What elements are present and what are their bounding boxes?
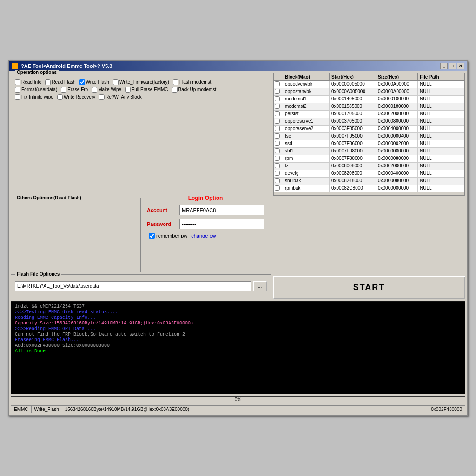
row-check[interactable] <box>274 111 283 118</box>
browse-button[interactable]: ... <box>253 281 267 291</box>
row-check[interactable] <box>274 148 283 155</box>
table-row[interactable]: modemst1 0x0001405000 0x0000180000 NULL <box>274 96 464 103</box>
erase-frp-input[interactable] <box>61 87 66 93</box>
status-capacity: 15634268160Byte/14910MB/14.91GB;(Hex:0x0… <box>62 406 429 413</box>
row-check[interactable] <box>274 118 283 125</box>
minimize-button[interactable]: _ <box>440 63 448 69</box>
row-block: ssd <box>283 140 330 147</box>
remember-checkbox[interactable] <box>149 233 155 239</box>
table-row[interactable]: opporeserve1 0x0003705000 0x0000800000 N… <box>274 118 464 126</box>
table-row[interactable]: opporeserve2 0x0003F05000 0x0004000000 N… <box>274 126 464 133</box>
table-row[interactable]: persist 0x0001705000 0x0002000000 NULL <box>274 111 464 118</box>
row-check[interactable] <box>274 163 283 170</box>
row-check[interactable] <box>274 140 283 147</box>
row-block: oppostanvbk <box>283 88 330 95</box>
row-size: 0x0002000000 <box>376 163 418 170</box>
start-button[interactable]: START <box>273 276 465 299</box>
table-row[interactable]: rpm 0x0007F88000 0x0000080000 NULL <box>274 155 464 163</box>
re-wr-block-checkbox[interactable]: Re//Wr Any Block <box>99 94 142 100</box>
fix-infinite-input[interactable] <box>15 94 20 100</box>
row-check[interactable] <box>274 170 283 177</box>
row-check[interactable] <box>274 133 283 140</box>
read-info-checkbox[interactable]: Read Info <box>15 79 41 85</box>
row-start: 0x0007F88000 <box>330 155 376 162</box>
row-start: 0x0008008000 <box>330 163 376 170</box>
table-row[interactable]: fsc 0x0007F05000 0x0000000400 NULL <box>274 133 464 140</box>
table-row[interactable]: devcfg 0x0008208000 0x0000400000 NULL <box>274 170 464 178</box>
flash-file-panel: Flash File Optiones ... <box>11 274 271 299</box>
write-firmware-input[interactable] <box>113 79 119 85</box>
write-firmware-checkbox[interactable]: Write_Firmware(factory) <box>113 79 169 85</box>
re-wr-block-label: Re//Wr Any Block <box>106 94 142 99</box>
main-window: ?AE Tool<Android Emmc Tool>? V5.3 _ □ ✕ … <box>8 60 468 416</box>
table-row[interactable]: oppodycnvbk 0x00000005000 0x0000A00000 N… <box>274 81 464 88</box>
row-size: 0x0000A00000 <box>376 88 418 95</box>
status-bar: EMMC Write_Flash 15634268160Byte/14910MB… <box>11 405 465 413</box>
write-flash-input[interactable] <box>79 79 85 85</box>
flash-modemst-checkbox[interactable]: Flash modemst <box>173 79 211 85</box>
row-block: devcfg <box>283 170 330 177</box>
re-wr-block-input[interactable] <box>99 94 105 100</box>
flash-file-row: ... <box>15 281 267 291</box>
row-check[interactable] <box>274 96 283 103</box>
row-check[interactable] <box>274 155 283 162</box>
read-flash-input[interactable] <box>45 79 51 85</box>
full-erase-input[interactable] <box>125 87 131 93</box>
op-row-1: Read Info Read Flash Write Flash Write_F… <box>15 79 267 85</box>
write-flash-checkbox[interactable]: Write Flash <box>79 79 109 85</box>
fix-infinite-label: Fix Infinite wipe <box>21 94 53 99</box>
row-block: oppodycnvbk <box>283 81 330 88</box>
password-input[interactable] <box>179 219 264 229</box>
account-input[interactable] <box>179 205 264 215</box>
middle-area: Others Optinons(Read Flash) Login Option… <box>11 198 465 299</box>
read-info-input[interactable] <box>15 79 20 85</box>
row-size: 0x0000180000 <box>376 96 418 103</box>
row-check[interactable] <box>274 81 283 88</box>
row-block: tz <box>283 163 330 170</box>
th-path: File Path <box>418 73 464 80</box>
main-content: Operation options Read Info Read Flash W… <box>9 71 467 415</box>
maximize-button[interactable]: □ <box>449 63 456 69</box>
make-wipe-input[interactable] <box>92 87 97 93</box>
table-row[interactable]: tz 0x0008008000 0x0002000000 NULL <box>274 163 464 170</box>
row-check[interactable] <box>274 178 283 185</box>
backup-modemst-checkbox[interactable]: Back Up modemst <box>172 87 217 93</box>
remember-label[interactable]: remember pw <box>149 233 187 239</box>
status-address: 0x002F480000 <box>428 406 465 413</box>
row-size: 0x0000080000 <box>376 155 418 162</box>
erase-frp-checkbox[interactable]: Erase Frp <box>61 87 88 93</box>
table-row[interactable]: rpmbak 0x00082C8000 0x0000080000 NULL <box>274 185 464 192</box>
start-container: START <box>273 274 465 299</box>
row-path: NULL <box>418 126 464 132</box>
read-flash-checkbox[interactable]: Read Flash <box>45 79 75 85</box>
write-recovery-checkbox[interactable]: Write Recovery <box>57 94 95 100</box>
write-flash-label: Write Flash <box>86 79 109 85</box>
table-row[interactable]: oppostanvbk 0x0000A005000 0x0000A00000 N… <box>274 88 464 96</box>
row-path: NULL <box>418 140 464 147</box>
full-erase-checkbox[interactable]: Full Erase EMMC <box>125 87 168 93</box>
change-pw-link[interactable]: change pw <box>191 233 216 238</box>
app-icon <box>12 63 18 69</box>
row-check[interactable] <box>274 88 283 95</box>
row-block: sbl1bak <box>283 178 330 185</box>
fix-infinite-checkbox[interactable]: Fix Infinite wipe <box>15 94 53 100</box>
write-recovery-input[interactable] <box>57 94 63 100</box>
table-row[interactable]: ssd 0x0007F06000 0x0000002000 NULL <box>274 140 464 148</box>
partition-scroll[interactable]: oppodycnvbk 0x00000005000 0x0000A00000 N… <box>273 80 465 196</box>
row-check[interactable] <box>274 103 283 110</box>
backup-modemst-input[interactable] <box>172 87 178 93</box>
make-wipe-label: Make Wipe <box>98 87 121 92</box>
row-check[interactable] <box>274 185 283 192</box>
table-row[interactable]: sbl1bak 0x0008248000 0x0000080000 NULL <box>274 178 464 185</box>
log-line: >>>>Reading EMMC GPT Data.... <box>15 326 461 331</box>
close-button[interactable]: ✕ <box>457 63 464 69</box>
format-userdata-input[interactable] <box>15 87 20 93</box>
row-check[interactable] <box>274 126 283 132</box>
table-row[interactable]: sbl1 0x0007F08000 0x0000080000 NULL <box>274 148 464 155</box>
table-row[interactable]: modemst2 0x0001585000 0x0000180000 NULL <box>274 103 464 111</box>
flash-modemst-input[interactable] <box>173 79 178 85</box>
format-userdata-checkbox[interactable]: Format(userdata) <box>15 87 57 93</box>
make-wipe-checkbox[interactable]: Make Wipe <box>92 87 121 93</box>
titlebar-buttons: _ □ ✕ <box>440 63 464 69</box>
flash-path-input[interactable] <box>15 281 251 291</box>
